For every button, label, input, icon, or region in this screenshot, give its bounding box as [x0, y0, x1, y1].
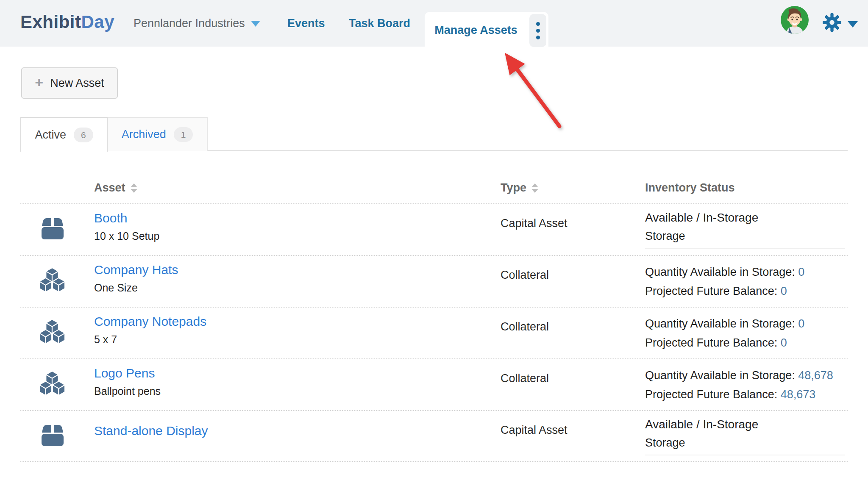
column-header-type[interactable]: Type	[501, 181, 538, 194]
chevron-down-icon	[251, 21, 260, 27]
asset-name-cell: Booth 10 x 10 Setup	[94, 211, 159, 242]
asset-link[interactable]: Company Hats	[94, 263, 178, 277]
nav-tab-events[interactable]: Events	[287, 17, 325, 30]
top-navigation-bar: ExhibitDay Pennlander Industries Events …	[0, 0, 868, 47]
asset-name-cell: Company Hats One Size	[94, 263, 178, 294]
nav-tab-task-board[interactable]: Task Board	[349, 17, 410, 30]
new-asset-button[interactable]: + New Asset	[21, 67, 118, 99]
asset-type: Collateral	[501, 320, 549, 333]
table-row-company-notepads: Company Notepads 5 x 7 Collateral Quanti…	[20, 307, 848, 358]
manage-assets-page: ExhibitDay Pennlander Industries Events …	[0, 0, 868, 494]
quantity-available-value[interactable]: 48,678	[798, 369, 833, 382]
inventory-status-cell: Quantity Available in Storage: 48,678 Pr…	[645, 366, 857, 404]
asset-subtitle: Ballpoint pens	[94, 385, 161, 397]
user-avatar[interactable]	[781, 6, 809, 34]
logo-text-primary: Exhibit	[20, 12, 81, 32]
quantity-available-label: Quantity Available in Storage:	[645, 369, 795, 382]
asset-name-cell: Stand-alone Display	[94, 424, 208, 438]
exhibitday-logo[interactable]: ExhibitDay	[20, 12, 114, 32]
table-row-booth: Booth 10 x 10 Setup Capital Asset Availa…	[20, 203, 848, 255]
inventory-status-cell: Available / In-Storage Storage	[645, 418, 857, 455]
projected-balance-label: Projected Future Balance:	[645, 285, 777, 297]
table-row-stand-alone-display: Stand-alone Display Capital Asset Availa…	[20, 410, 848, 462]
tab-archived-label: Archived	[122, 128, 166, 141]
cubes-icon	[39, 319, 66, 346]
assets-table: Asset Type Inventory Status Booth	[20, 178, 848, 462]
quantity-available-label: Quantity Available in Storage:	[645, 266, 795, 278]
tab-archived-assets[interactable]: Archived 1	[108, 117, 208, 151]
sort-icon	[131, 183, 137, 193]
tab-active-label: Active	[35, 128, 66, 142]
settings-chevron-down-icon[interactable]	[848, 21, 858, 28]
logo-text-secondary: Day	[81, 12, 115, 32]
column-header-inventory-label: Inventory Status	[645, 181, 735, 194]
asset-link[interactable]: Booth	[94, 211, 127, 225]
quantity-available-label: Quantity Available in Storage:	[645, 317, 795, 330]
assets-table-header: Asset Type Inventory Status	[20, 178, 848, 203]
cubes-icon	[39, 267, 66, 294]
table-row-logo-pens: Logo Pens Ballpoint pens Collateral Quan…	[20, 358, 848, 410]
projected-balance-value[interactable]: 0	[781, 336, 787, 349]
asset-subtitle: One Size	[94, 282, 178, 294]
asset-type: Collateral	[501, 269, 549, 282]
asset-name-cell: Logo Pens Ballpoint pens	[94, 366, 161, 397]
asset-link[interactable]: Stand-alone Display	[94, 424, 208, 438]
column-header-asset-label: Asset	[94, 181, 125, 194]
plus-icon: +	[35, 75, 43, 89]
asset-type: Capital Asset	[501, 424, 568, 437]
nav-tab-manage-assets-container: Manage Assets	[425, 12, 548, 48]
workspace-name: Pennlander Industries	[134, 17, 245, 30]
new-asset-button-label: New Asset	[50, 77, 104, 90]
table-row-company-hats: Company Hats One Size Collateral Quantit…	[20, 255, 848, 307]
settings-gear-icon[interactable]	[822, 13, 842, 32]
quantity-available-value[interactable]: 0	[798, 266, 804, 278]
column-header-asset[interactable]: Asset	[94, 181, 137, 194]
quantity-available-value[interactable]: 0	[798, 317, 804, 330]
booth-icon	[39, 422, 66, 449]
asset-list-tabstrip: Active 6 Archived 1	[20, 117, 848, 151]
asset-type: Collateral	[501, 372, 549, 385]
nav-tab-manage-assets[interactable]: Manage Assets	[425, 12, 527, 48]
inventory-status-cell: Quantity Available in Storage: 0 Project…	[645, 314, 857, 352]
asset-subtitle: 5 x 7	[94, 333, 206, 346]
availability-status: Available / In-Storage	[645, 418, 857, 431]
projected-balance-label: Projected Future Balance:	[645, 388, 777, 401]
projected-balance-value[interactable]: 0	[781, 285, 787, 297]
sort-icon	[531, 183, 538, 193]
inventory-status-cell: Available / In-Storage Storage	[645, 211, 857, 249]
tab-active-assets[interactable]: Active 6	[20, 117, 108, 152]
tab-active-count-badge: 6	[74, 128, 93, 142]
cubes-icon	[39, 370, 66, 397]
projected-balance-value[interactable]: 48,673	[781, 388, 816, 401]
tab-archived-count-badge: 1	[174, 127, 193, 142]
availability-status: Available / In-Storage	[645, 211, 857, 225]
storage-location: Storage	[645, 230, 845, 249]
storage-location: Storage	[645, 436, 845, 455]
inventory-status-cell: Quantity Available in Storage: 0 Project…	[645, 263, 857, 301]
column-header-type-label: Type	[501, 181, 526, 194]
booth-icon	[39, 215, 66, 242]
asset-link[interactable]: Logo Pens	[94, 366, 155, 380]
asset-name-cell: Company Notepads 5 x 7	[94, 314, 206, 346]
column-header-inventory-status: Inventory Status	[645, 181, 735, 194]
projected-balance-label: Projected Future Balance:	[645, 336, 777, 349]
workspace-selector[interactable]: Pennlander Industries	[134, 17, 260, 30]
asset-link[interactable]: Company Notepads	[94, 314, 206, 328]
asset-subtitle: 10 x 10 Setup	[94, 230, 159, 242]
asset-type: Capital Asset	[501, 217, 568, 230]
kebab-menu-icon[interactable]	[529, 14, 546, 47]
